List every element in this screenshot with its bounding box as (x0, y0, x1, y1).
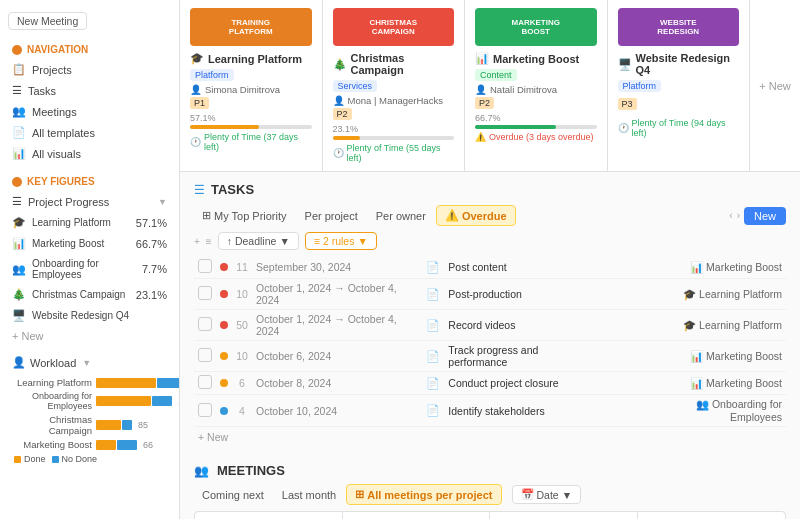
sidebar-item-templates[interactable]: 📄 All templates (0, 122, 179, 143)
marketing-card-icon: 📊 (475, 52, 489, 65)
marketing-fill (475, 125, 556, 129)
nodone-bar (157, 378, 180, 388)
sidebar-item-meetings[interactable]: 👥 Meetings (0, 101, 179, 122)
tab-coming-next[interactable]: Coming next (194, 486, 272, 504)
sidebar-item-tasks[interactable]: ☰ Tasks (0, 80, 179, 101)
task-name[interactable]: Record videos (444, 310, 600, 341)
task-checkbox[interactable] (198, 317, 212, 331)
date-filter[interactable]: 📅 Date ▼ (512, 485, 582, 504)
task-project[interactable]: 📊 Marketing Boost (641, 372, 786, 395)
task-name[interactable]: Track progress and performance (444, 341, 600, 372)
meetings-tab-bar: Coming next Last month ⊞ All meetings pe… (194, 484, 786, 505)
mktg-icon: 📊 (12, 237, 26, 250)
task-project-icon: 📊 (690, 377, 703, 389)
figure-marketing-boost[interactable]: 📊 Marketing Boost 66.7% (0, 233, 179, 254)
christmas-owner: 👤 Mona | ManagerHacks (333, 95, 455, 106)
figure-website[interactable]: 🖥️ Website Redesign Q4 (0, 305, 179, 326)
chevron-icon2: ▼ (279, 235, 289, 247)
nav-icon (12, 45, 22, 55)
tab-last-month[interactable]: Last month (274, 486, 344, 504)
deadline-filter[interactable]: ↑ Deadline ▼ (218, 232, 299, 250)
workload-num-christmas: 85 (138, 420, 148, 430)
rules-filter[interactable]: ≡ 2 rules ▼ (305, 232, 377, 250)
task-file-icon: 📄 (426, 261, 440, 273)
task-name[interactable]: Post content (444, 256, 600, 279)
table-row[interactable]: 6 October 8, 2024 📄 Conduct project clos… (194, 372, 786, 395)
marketing-owner: 👤 Natali Dimitrova (475, 84, 597, 95)
workload-section[interactable]: 👤 Workload ▼ (0, 352, 179, 373)
marketing-priorities: P2 (475, 97, 597, 109)
onboarding-value: 7.7% (142, 263, 167, 275)
card-website-redesign[interactable]: WEBSITE REDESIGN 🖥️ Website Redesign Q4 … (608, 0, 751, 171)
grid-icon: ⊞ (202, 209, 211, 222)
task-project[interactable]: 📊 Marketing Boost (641, 341, 786, 372)
warning-icon: ⚠️ (445, 209, 459, 222)
learning-label: Learning Platform (32, 217, 111, 228)
learning-fill (190, 125, 259, 129)
main-content: TRAINING PLATFORM 🎓 Learning Platform Pl… (180, 0, 800, 519)
task-name[interactable]: Post-production (444, 279, 600, 310)
card-training-platform[interactable]: TRAINING PLATFORM 🎓 Learning Platform Pl… (180, 0, 323, 171)
figure-onboarding[interactable]: 👥 Onboarding for Employees 7.7% (0, 254, 179, 284)
add-task-button[interactable]: + New (194, 427, 786, 447)
tab-all-meetings[interactable]: ⊞ All meetings per project (346, 484, 501, 505)
task-project[interactable]: 👥 Onboarding for Employees (641, 395, 786, 427)
task-checkbox[interactable] (198, 403, 212, 417)
table-row[interactable]: 11 September 30, 2024 📄 Post content 📊 M… (194, 256, 786, 279)
task-project[interactable]: 📊 Marketing Boost (641, 256, 786, 279)
christmas-progress: 23.1% (333, 124, 455, 140)
task-name[interactable]: Identify stakeholders (444, 395, 600, 427)
task-filter-bar: + ≡ ↑ Deadline ▼ ≡ 2 rules ▼ (194, 232, 786, 250)
table-row[interactable]: 4 October 10, 2024 📄 Identify stakeholde… (194, 395, 786, 427)
christmas-fill (333, 136, 361, 140)
project-cards-row: TRAINING PLATFORM 🎓 Learning Platform Pl… (180, 0, 800, 172)
priority-indicator (220, 407, 228, 415)
key-figures-icon (12, 177, 22, 187)
task-checkbox[interactable] (198, 259, 212, 273)
website-time: 🕐 Plenty of Time (94 days left) (618, 118, 740, 138)
next-icon[interactable]: › (737, 210, 740, 221)
new-task-button[interactable]: New (744, 207, 786, 225)
add-card-button[interactable]: + New (750, 0, 800, 171)
marketing-tag: Content (475, 69, 517, 81)
tab-overdue[interactable]: ⚠️ Overdue (436, 205, 516, 226)
workload-label-onboarding: Onboarding for Employees (12, 391, 92, 411)
tab-per-owner[interactable]: Per owner (368, 207, 434, 225)
new-meeting-button[interactable]: New Meeting (8, 12, 87, 30)
add-new-button[interactable]: + New (0, 326, 179, 346)
task-project[interactable]: 🎓 Learning Platform (641, 310, 786, 341)
table-row[interactable]: 10 October 1, 2024 → October 4, 2024 📄 P… (194, 279, 786, 310)
card-christmas-campaign[interactable]: CHRISTMAS CAMPAIGN 🎄 Christmas Campaign … (323, 0, 466, 171)
figure-christmas[interactable]: 🎄 Christmas Campaign 23.1% (0, 284, 179, 305)
task-file-icon: 📄 (426, 377, 440, 389)
chevron-date-icon: ▼ (562, 489, 572, 501)
key-figures-label: KEY FIGURES (27, 176, 95, 187)
sidebar-item-visuals[interactable]: 📊 All visuals (0, 143, 179, 164)
legend-nodone: No Done (52, 454, 98, 464)
priority-indicator (220, 352, 228, 360)
task-checkbox[interactable] (198, 348, 212, 362)
sidebar-item-projects[interactable]: 📋 Projects (0, 59, 179, 80)
done-bar (96, 378, 156, 388)
task-table: 11 September 30, 2024 📄 Post content 📊 M… (194, 256, 786, 427)
task-checkbox[interactable] (198, 375, 212, 389)
tab-per-project[interactable]: Per project (297, 207, 366, 225)
table-row[interactable]: 50 October 1, 2024 → October 4, 2024 📄 R… (194, 310, 786, 341)
task-file-icon: 📄 (426, 404, 440, 416)
christmas-icon: 🎄 (12, 288, 26, 301)
task-project[interactable]: 🎓 Learning Platform (641, 279, 786, 310)
table-row[interactable]: 10 October 6, 2024 📄 Track progress and … (194, 341, 786, 372)
prev-icon[interactable]: ‹ (729, 210, 732, 221)
card-top-training: TRAINING PLATFORM (190, 8, 312, 46)
progress-icon: ☰ (12, 195, 22, 208)
figure-learning-platform[interactable]: 🎓 Learning Platform 57.1% (0, 212, 179, 233)
marketing-time: ⚠️ Overdue (3 days overdue) (475, 132, 597, 142)
task-checkbox[interactable] (198, 286, 212, 300)
task-number: 50 (232, 310, 252, 341)
learning-priorities: P1 (190, 97, 312, 109)
tab-my-top-priority[interactable]: ⊞ My Top Priority (194, 206, 295, 225)
visuals-label: All visuals (32, 148, 81, 160)
task-name[interactable]: Conduct project closure (444, 372, 600, 395)
card-marketing-boost[interactable]: MARKETING BOOST 📊 Marketing Boost Conten… (465, 0, 608, 171)
project-progress-item[interactable]: ☰ Project Progress ▼ (0, 191, 179, 212)
